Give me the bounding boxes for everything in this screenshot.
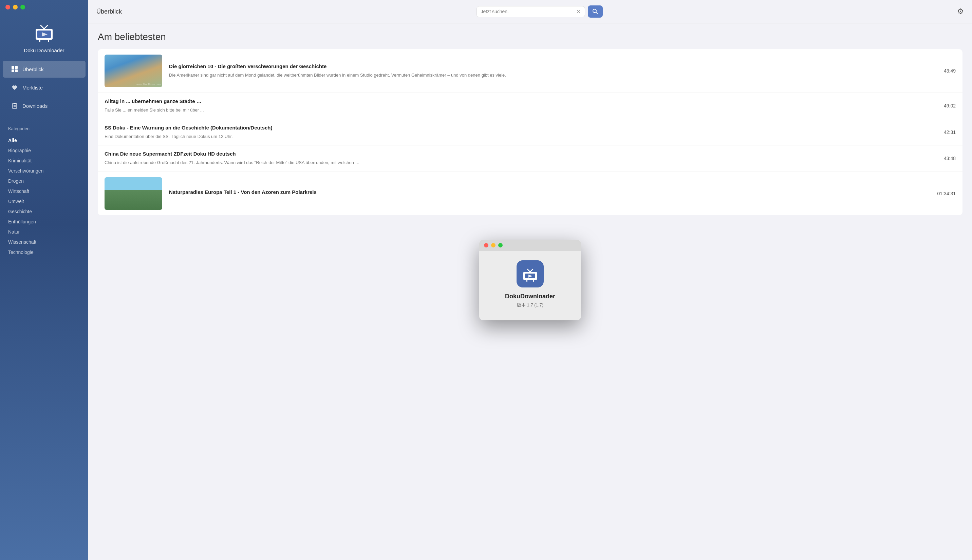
traffic-lights xyxy=(0,0,88,14)
nav-item-downloads[interactable]: Downloads xyxy=(3,97,85,114)
app-logo-icon xyxy=(30,18,58,45)
about-dialog[interactable]: DokuDownloader 版本 1.7 (1.7) xyxy=(479,240,581,320)
svg-rect-7 xyxy=(12,66,14,69)
svg-rect-22 xyxy=(533,280,534,282)
video-title: Naturparadies Europa Teil 1 - Von den Az… xyxy=(169,189,929,195)
video-description: Die Amerikaner sind gar nicht auf dem Mo… xyxy=(169,72,929,78)
nav-item-watchlist[interactable]: Merkliste xyxy=(3,79,85,96)
video-description: Falls Sie ... en melden Sie sich bitte b… xyxy=(105,107,929,113)
video-info: Alltag in ... übernehmen ganze Städte … … xyxy=(105,98,929,113)
category-item-natur[interactable]: Natur xyxy=(0,227,88,237)
svg-rect-5 xyxy=(48,40,49,42)
category-list: AlleBiographieKriminalitätVerschwörungen… xyxy=(0,135,88,560)
category-item-geschichte[interactable]: Geschichte xyxy=(0,207,88,217)
search-button[interactable] xyxy=(588,5,603,18)
video-info: China Die neue Supermacht ZDFzeit Doku H… xyxy=(105,151,929,166)
video-description: China ist die aufstrebende Großmacht des… xyxy=(105,159,929,166)
video-description: Eine Dokumentation über die SS. Täglich … xyxy=(105,133,929,140)
video-list: www.MacDown.com Die glorreichen 10 - Die… xyxy=(98,49,962,215)
category-item-umwelt[interactable]: Umwelt xyxy=(0,196,88,207)
category-item-wirtschaft[interactable]: Wirtschaft xyxy=(0,186,88,196)
svg-rect-9 xyxy=(12,70,14,72)
video-item[interactable]: Naturparadies Europa Teil 1 - Von den Az… xyxy=(98,172,962,215)
dialog-minimize-button[interactable] xyxy=(491,243,495,247)
video-duration: 43:49 xyxy=(935,68,956,73)
category-item-biographie[interactable]: Biographie xyxy=(0,145,88,156)
video-title: China Die neue Supermacht ZDFzeit Doku H… xyxy=(105,151,929,157)
watermark: www.MacDown.com xyxy=(136,83,161,86)
category-item-alle[interactable]: Alle xyxy=(0,135,88,145)
dialog-body: DokuDownloader 版本 1.7 (1.7) xyxy=(479,251,581,320)
search-input[interactable] xyxy=(481,9,576,14)
clipboard-icon xyxy=(11,102,18,110)
nav-downloads-label: Downloads xyxy=(22,103,47,109)
minimize-button[interactable] xyxy=(13,5,18,10)
svg-rect-10 xyxy=(15,70,18,72)
video-item[interactable]: China Die neue Supermacht ZDFzeit Doku H… xyxy=(98,145,962,172)
app-logo: Doku Downloader xyxy=(0,14,88,60)
category-item-drogen[interactable]: Drogen xyxy=(0,176,88,186)
video-info: Naturparadies Europa Teil 1 - Von den Az… xyxy=(169,189,929,198)
video-title: SS Doku - Eine Warnung an die Geschichte… xyxy=(105,125,929,130)
category-item-wissenschaft[interactable]: Wissenschaft xyxy=(0,237,88,247)
svg-line-16 xyxy=(596,12,598,14)
grid-icon xyxy=(11,65,18,73)
header: Überblick ✕ ⚙ xyxy=(88,0,972,23)
svg-line-1 xyxy=(44,25,47,29)
video-thumbnail: www.MacDown.com xyxy=(105,55,162,87)
category-item-technologie[interactable]: Technologie xyxy=(0,247,88,257)
sidebar: Doku Downloader Überblick Merkliste xyxy=(0,0,88,560)
section-title: Am beliebtesten xyxy=(98,32,962,42)
dialog-logo xyxy=(517,260,544,287)
main-content: Überblick ✕ ⚙ Am beliebtesten www.MacDow… xyxy=(88,0,972,560)
settings-button[interactable]: ⚙ xyxy=(957,7,964,16)
video-info: Die glorreichen 10 - Die größten Verschw… xyxy=(169,63,929,78)
clear-search-icon[interactable]: ✕ xyxy=(576,8,581,15)
svg-rect-21 xyxy=(526,280,527,282)
svg-rect-4 xyxy=(39,40,40,42)
maximize-button[interactable] xyxy=(20,5,25,10)
svg-line-18 xyxy=(530,269,533,272)
video-duration: 01:34:31 xyxy=(935,191,956,196)
video-item[interactable]: www.MacDown.com Die glorreichen 10 - Die… xyxy=(98,49,962,93)
nav-watchlist-label: Merkliste xyxy=(22,85,43,90)
svg-rect-12 xyxy=(13,103,16,104)
dialog-titlebar xyxy=(479,240,581,251)
video-duration: 43:48 xyxy=(935,156,956,161)
nav-item-overview[interactable]: Überblick xyxy=(3,61,85,78)
category-item-verschwoerungen[interactable]: Verschwörungen xyxy=(0,166,88,176)
header-title: Überblick xyxy=(96,8,122,15)
video-title: Alltag in ... übernehmen ganze Städte … xyxy=(105,98,929,104)
video-thumbnail xyxy=(105,177,162,210)
dialog-close-button[interactable] xyxy=(484,243,489,247)
dialog-version: 版本 1.7 (1.7) xyxy=(517,302,543,308)
sidebar-divider xyxy=(8,119,80,119)
app-name-label: Doku Downloader xyxy=(24,47,64,53)
video-duration: 42:31 xyxy=(935,130,956,135)
dialog-app-name: DokuDownloader xyxy=(505,293,555,300)
svg-line-0 xyxy=(41,25,44,29)
video-item[interactable]: SS Doku - Eine Warnung an die Geschichte… xyxy=(98,119,962,146)
video-title: Die glorreichen 10 - Die größten Verschw… xyxy=(169,63,929,69)
search-input-wrap: ✕ xyxy=(477,6,585,17)
dialog-maximize-button[interactable] xyxy=(498,243,503,247)
category-item-enthullungen[interactable]: Enthüllungen xyxy=(0,217,88,227)
nav-overview-label: Überblick xyxy=(22,67,44,72)
svg-rect-8 xyxy=(15,66,18,69)
svg-rect-11 xyxy=(13,103,17,108)
heart-icon xyxy=(11,84,18,91)
categories-label: Kategorien xyxy=(0,123,88,135)
search-bar: ✕ xyxy=(477,5,603,18)
category-item-kriminalitaet[interactable]: Kriminalität xyxy=(0,156,88,166)
svg-line-17 xyxy=(527,269,530,272)
video-item[interactable]: Alltag in ... übernehmen ganze Städte … … xyxy=(98,93,962,119)
video-info: SS Doku - Eine Warnung an die Geschichte… xyxy=(105,125,929,140)
video-duration: 49:02 xyxy=(935,103,956,108)
close-button[interactable] xyxy=(5,5,10,10)
